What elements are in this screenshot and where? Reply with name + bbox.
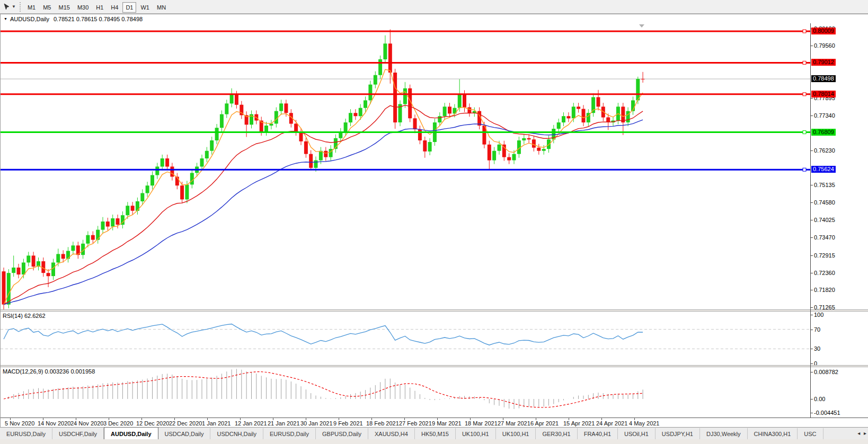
price-tick-mark [811, 185, 813, 185]
macd-signal-line [4, 372, 643, 407]
time-axis[interactable]: 5 Nov 202014 Nov 202024 Nov 20203 Dec 20… [1, 418, 868, 428]
chart-menu-icon[interactable]: ▼ [4, 17, 7, 21]
date-tick-label: 21 Jan 2021 [268, 420, 300, 427]
price-tick-label: 0.73470 [814, 234, 835, 241]
chart-symbol-label: AUDUSD,Daily [10, 16, 49, 22]
macd-label: MACD(12,26,9) 0.003236 0.001958 [3, 368, 95, 375]
chart-tab-usc[interactable]: USC [798, 428, 823, 440]
chart-tab-fra40-h1[interactable]: FRA40,H1 [578, 428, 618, 440]
macd-tick-label: 0.00 [814, 396, 825, 402]
rsi-tick-label: 100 [814, 312, 823, 318]
rsi-pane[interactable]: RSI(14) 62.6262 10070300 [1, 312, 868, 365]
date-tick-label: 24 Apr 2021 [596, 420, 627, 427]
chart-tab-uk100-h1[interactable]: UK100,H1 [456, 428, 496, 440]
date-tick-label: 1 Jan 2021 [202, 420, 231, 427]
bottom-strip [0, 439, 868, 444]
price-tick-mark [811, 116, 813, 116]
date-tick-label: 27 Mar 2021 [498, 420, 530, 427]
price-tick-mark [811, 46, 813, 46]
timeframe-button-w1[interactable]: W1 [137, 2, 153, 13]
price-tick-mark [811, 202, 813, 203]
price-tick-label: 0.71820 [814, 287, 835, 293]
chart-tab-usoil-h1[interactable]: USOil,H1 [618, 428, 656, 440]
price-tick-label: 0.71265 [814, 304, 835, 309]
price-tick-label: 0.74580 [814, 199, 835, 206]
tab-scroll-left-icon[interactable]: ◂ [857, 430, 860, 436]
date-tick-label: 6 Apr 2021 [530, 420, 559, 427]
price-tick-mark [811, 255, 813, 256]
price-chart-pane[interactable]: 0.801000.795600.778950.773400.762300.751… [1, 23, 868, 309]
chart-tab-usdcad-daily[interactable]: USDCAD,Daily [158, 428, 211, 440]
price-tick-mark [811, 273, 813, 273]
chart-tab-eurusd-daily[interactable]: EURUSD,Daily [0, 428, 52, 440]
date-tick-label: 30 Jan 2021 [300, 420, 333, 427]
date-tick-label: 9 Feb 2021 [333, 420, 363, 427]
chart-tab-audusd-daily[interactable]: AUDUSD,Daily [104, 427, 158, 440]
rsi-tick-mark [811, 330, 813, 330]
price-line-badge: 0.80009 [811, 28, 836, 34]
axis-line [810, 23, 811, 418]
macd-tick-mark [811, 399, 813, 399]
chart-tab-gbpusd-daily[interactable]: GBPUSD,Daily [316, 428, 368, 440]
macd-tick-label: 0.008782 [814, 369, 838, 375]
chart-tab-usdchf-daily[interactable]: USDCHF,Daily [52, 428, 104, 440]
cursor-tool-caret-icon[interactable]: ▼ [12, 4, 16, 9]
price-tick-mark [811, 237, 813, 238]
price-tick-mark [811, 220, 813, 220]
rsi-axis[interactable]: 10070300 [811, 312, 868, 365]
chart-tab-usdjpy-h1[interactable]: USDJPY,H1 [656, 428, 700, 440]
date-tick-label: 12 Jan 2021 [235, 420, 267, 427]
date-tick-label: 4 May 2021 [629, 420, 659, 427]
price-tick-mark [811, 98, 813, 99]
price-line-badge: 0.76809 [811, 129, 836, 136]
chart-tab-ger30-h1[interactable]: GER30,H1 [536, 428, 577, 440]
rsi-tick-label: 30 [814, 345, 820, 352]
rsi-tick-label: 70 [814, 326, 820, 333]
price-tick-label: 0.79560 [814, 42, 835, 49]
chart-shift-marker-icon[interactable] [639, 24, 644, 28]
chart-ohlc-values: 0.78521 0.78615 0.78495 0.78498 [54, 16, 143, 22]
date-tick-label: 15 Apr 2021 [563, 420, 595, 427]
timeframe-button-m1[interactable]: M1 [24, 2, 39, 13]
date-tick-label: 5 Nov 2020 [5, 420, 34, 427]
price-tick-mark [811, 290, 813, 290]
price-tick-label: 0.74025 [814, 217, 835, 223]
chart-tab-xauusd-h4[interactable]: XAUUSD,H4 [368, 428, 415, 440]
chart-tab-dj30-weekly[interactable]: DJ30,Weekly [700, 428, 748, 440]
date-tick-label: 18 Mar 2021 [465, 420, 498, 427]
chart-window: ▼ AUDUSD,Daily 0.78521 0.78615 0.78495 0… [0, 14, 868, 428]
price-tick-label: 0.72360 [814, 270, 835, 276]
macd-tick-mark [811, 413, 813, 413]
chart-tab-china300-h1[interactable]: CHINA300,H1 [748, 428, 798, 440]
timeframe-button-m15[interactable]: M15 [55, 2, 73, 13]
timeframe-button-m30[interactable]: M30 [74, 2, 92, 13]
timeframe-button-m5[interactable]: M5 [40, 2, 54, 13]
price-tick-mark [811, 307, 813, 308]
price-line-badge: 0.79012 [811, 59, 836, 66]
chart-tab-uk100-h1[interactable]: UK100,H1 [496, 428, 536, 440]
timeframe-button-h1[interactable]: H1 [93, 2, 107, 13]
rsi-label: RSI(14) 62.6262 [3, 313, 46, 319]
mt4-terminal: ▼ M1M5M15M30H1H4D1W1MN ▼ AUDUSD,Daily 0.… [0, 0, 868, 444]
timeframe-buttons: M1M5M15M30H1H4D1W1MN [24, 2, 170, 12]
rsi-tick-mark [811, 349, 813, 349]
date-tick-label: 9 Mar 2021 [432, 420, 462, 427]
cursor-tool-icon[interactable] [2, 2, 12, 12]
price-tick-label: 0.76230 [814, 147, 835, 154]
macd-pane[interactable]: MACD(12,26,9) 0.003236 0.001958 0.008782… [1, 367, 868, 418]
price-tick-label: 0.77340 [814, 112, 835, 119]
timeframe-button-mn[interactable]: MN [154, 2, 169, 13]
macd-axis[interactable]: 0.0087820.00-0.004451 [811, 367, 868, 418]
chart-tab-hk50-m15[interactable]: HK50,M15 [415, 428, 456, 440]
timeframe-button-d1[interactable]: D1 [122, 2, 136, 13]
tab-scroll-right-icon[interactable]: ▸ [864, 430, 866, 436]
chart-tab-bar: EURUSD,DailyUSDCHF,DailyAUDUSD,DailyUSDC… [0, 427, 868, 440]
chart-tab-usdcnh-daily[interactable]: USDCNH,Daily [210, 428, 263, 440]
tab-scroll-arrows: ◂ ▸ [855, 430, 866, 436]
chart-tab-eurusd-daily[interactable]: EURUSD,Daily [263, 428, 316, 440]
price-tick-label: 0.75135 [814, 182, 835, 188]
price-axis[interactable]: 0.801000.795600.778950.773400.762300.751… [811, 23, 868, 309]
rsi-tick-mark [811, 363, 813, 364]
fast-ma-line [4, 69, 643, 305]
timeframe-button-h4[interactable]: H4 [108, 2, 121, 13]
